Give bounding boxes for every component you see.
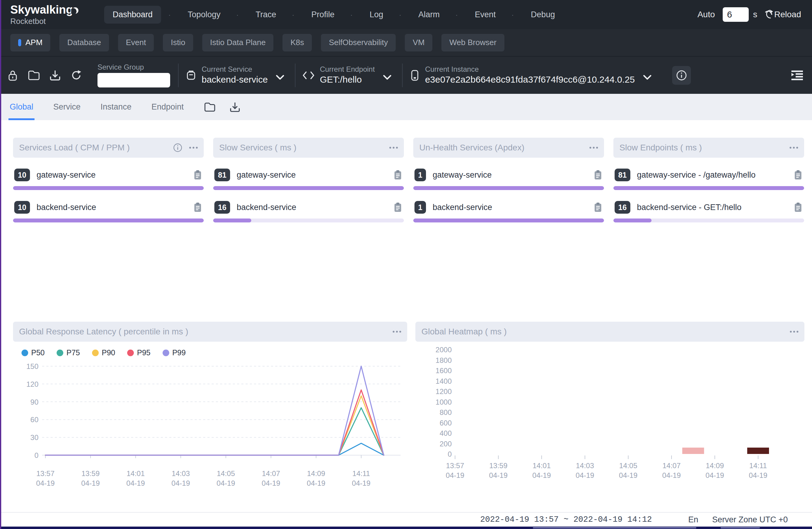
- sidebar-toggle-button[interactable]: [788, 66, 807, 85]
- clipboard-icon[interactable]: [193, 170, 203, 180]
- tab-global[interactable]: Global: [10, 94, 33, 120]
- time-range-display[interactable]: 2022-04-19 13:57 ~ 2022-04-19 14:12: [480, 515, 652, 524]
- language-toggle[interactable]: En: [688, 515, 698, 525]
- service-group-input[interactable]: [98, 73, 170, 87]
- download-icon: [229, 101, 241, 113]
- clipboard-icon[interactable]: [593, 170, 603, 180]
- chevron-down-icon[interactable]: [276, 74, 285, 80]
- svg-text:04-19: 04-19: [619, 471, 637, 479]
- latency-chart-card: Global Response Latency ( percentile in …: [13, 322, 407, 503]
- svg-text:13:59: 13:59: [82, 469, 100, 477]
- current-endpoint-select[interactable]: Current Endpoint GET:/hello: [299, 65, 399, 85]
- clipboard-icon[interactable]: [793, 202, 803, 213]
- svg-text:04-19: 04-19: [706, 471, 724, 479]
- card-title: Services Load ( CPM / PPM ): [19, 143, 168, 152]
- clipboard-icon[interactable]: [393, 170, 403, 180]
- metric-progress-fill: [213, 219, 251, 222]
- legend-dot: [127, 350, 134, 356]
- dashboard-chip-web-browser[interactable]: Web Browser: [441, 34, 504, 52]
- heatmap-cell-14:08[interactable]: [682, 447, 704, 454]
- auto-label: Auto: [698, 10, 715, 19]
- clipboard-icon[interactable]: [793, 170, 803, 180]
- dashboard-chip-istio-data-plane[interactable]: Istio Data Plane: [202, 34, 274, 52]
- metric-name: gateway-service - /gateway/hello: [637, 171, 793, 180]
- legend-item-p50[interactable]: P50: [21, 348, 44, 357]
- more-icon[interactable]: [788, 147, 798, 149]
- dashboard-chip-selfobservability[interactable]: SelfObservability: [321, 34, 396, 52]
- tab-service[interactable]: Service: [53, 94, 81, 120]
- metric-progress-fill: [213, 186, 404, 190]
- refresh-button[interactable]: [68, 67, 85, 84]
- heatmap-cell-14:11[interactable]: [747, 447, 769, 454]
- legend-label: P75: [66, 348, 79, 357]
- nav-item-alarm[interactable]: Alarm: [410, 6, 448, 24]
- nav-item-event[interactable]: Event: [466, 6, 504, 24]
- import-template-button[interactable]: [204, 102, 216, 112]
- svg-text:200: 200: [440, 440, 452, 448]
- chevron-down-icon[interactable]: [643, 74, 652, 80]
- more-icon[interactable]: [188, 147, 198, 149]
- svg-text:04-19: 04-19: [489, 471, 507, 479]
- tab-instance[interactable]: Instance: [101, 94, 131, 120]
- nav-item-debug[interactable]: Debug: [522, 6, 563, 24]
- metric-card-3: Slow Endpoints ( ms )81gateway-service -…: [613, 138, 804, 222]
- metric-name: gateway-service: [237, 171, 393, 180]
- export-template-button[interactable]: [229, 101, 241, 113]
- metric-progress-bar: [413, 186, 604, 190]
- chip-label: VM: [413, 38, 424, 47]
- metric-progress-fill: [613, 186, 804, 190]
- info-button[interactable]: [672, 66, 691, 85]
- nav-item-trace[interactable]: Trace: [247, 6, 285, 24]
- info-icon[interactable]: [173, 143, 183, 153]
- legend-item-p90[interactable]: P90: [92, 348, 115, 357]
- auto-unit-label: s: [753, 10, 757, 19]
- more-icon[interactable]: [588, 147, 598, 149]
- current-instance-select[interactable]: Current Instance e3e07e2a2b664e8c91fda37…: [406, 65, 659, 85]
- nav-item-topology[interactable]: Topology: [179, 6, 229, 24]
- dashboard-chip-database[interactable]: Database: [59, 34, 109, 52]
- chevron-down-icon[interactable]: [383, 74, 392, 80]
- tab-endpoint[interactable]: Endpoint: [151, 94, 184, 120]
- clipboard-icon[interactable]: [593, 202, 603, 213]
- current-service-select[interactable]: Current Service backend-service: [182, 65, 292, 85]
- chip-label: SelfObservability: [329, 38, 388, 47]
- metric-card-2: Un-Health Services (Apdex)1gateway-servi…: [413, 138, 604, 222]
- legend-dot: [163, 350, 169, 356]
- svg-text:04-19: 04-19: [171, 479, 190, 487]
- export-button[interactable]: [47, 67, 63, 84]
- lock-button[interactable]: [4, 67, 21, 84]
- reload-button[interactable]: Reload: [763, 9, 801, 20]
- clipboard-icon[interactable]: [393, 202, 403, 213]
- svg-text:400: 400: [440, 429, 452, 437]
- auto-reload-seconds-input[interactable]: [723, 7, 749, 22]
- dashboard-category-bar: APMDatabaseEventIstioIstio Data PlaneK8s…: [0, 29, 812, 56]
- dashboard-chip-apm[interactable]: APM: [10, 34, 50, 52]
- folder-button[interactable]: [26, 67, 42, 84]
- svg-text:04-19: 04-19: [307, 479, 325, 487]
- svg-text:1000: 1000: [436, 398, 452, 406]
- nav-item-profile[interactable]: Profile: [303, 6, 343, 24]
- svg-text:800: 800: [440, 408, 452, 416]
- legend-item-p95[interactable]: P95: [127, 348, 150, 357]
- dashboard-chip-vm[interactable]: VM: [405, 34, 432, 52]
- legend-item-p99[interactable]: P99: [163, 348, 186, 357]
- nav-item-log[interactable]: Log: [361, 6, 392, 24]
- metric-progress-fill: [13, 186, 204, 190]
- dashboard-chip-istio[interactable]: Istio: [163, 34, 193, 52]
- more-icon[interactable]: [391, 331, 401, 333]
- legend-item-p75[interactable]: P75: [57, 348, 79, 357]
- metric-row: 81gateway-service: [213, 168, 404, 181]
- svg-text:14:03: 14:03: [576, 461, 594, 470]
- heatmap-chart: 200018001600140012001000800600400200013:…: [416, 346, 804, 491]
- more-icon[interactable]: [788, 331, 798, 333]
- nav-item-dashboard[interactable]: Dashboard: [104, 6, 161, 24]
- more-icon[interactable]: [388, 147, 398, 149]
- dashboard-chip-k8s[interactable]: K8s: [282, 34, 312, 52]
- metric-row: 16backend-service: [213, 201, 404, 214]
- dashboard-chip-event[interactable]: Event: [118, 34, 154, 52]
- svg-text:1400: 1400: [436, 377, 452, 385]
- clipboard-icon[interactable]: [193, 202, 203, 213]
- metric-progress-bar: [413, 219, 604, 222]
- metric-value-badge: 81: [614, 168, 630, 181]
- metric-progress-bar: [13, 219, 204, 222]
